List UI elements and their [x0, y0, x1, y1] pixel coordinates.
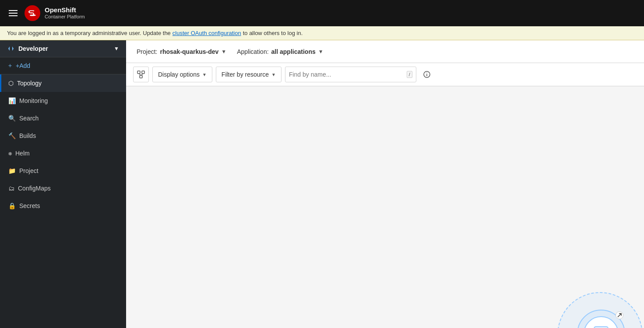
sidebar-item-label: Project — [19, 167, 39, 174]
sidebar-item-secrets[interactable]: 🔒 Secrets — [0, 197, 126, 215]
perspective-label: Developer — [7, 45, 48, 53]
sidebar-item-monitoring[interactable]: 📊 Monitoring — [0, 92, 126, 109]
hamburger-button[interactable] — [7, 8, 19, 18]
svg-rect-3 — [140, 75, 142, 78]
perspective-switcher[interactable]: Developer ▼ — [0, 40, 126, 57]
application-selector[interactable]: Application: all applications ▼ — [233, 46, 327, 57]
sidebar-item-label: Search — [19, 115, 39, 122]
builds-icon: 🔨 — [8, 132, 16, 139]
filter-by-resource-button[interactable]: Filter by resource ▼ — [216, 67, 282, 82]
svg-rect-1 — [137, 71, 140, 74]
display-options-label: Display options — [158, 71, 200, 78]
find-by-name-input[interactable] — [289, 71, 407, 78]
sidebar-item-add[interactable]: ＋ +Add — [0, 57, 126, 74]
external-link-indicator — [616, 311, 623, 319]
topology-canvas[interactable]: KC D quarku...kstart A quarku...rt-app K… — [126, 86, 644, 328]
service-outer-ring — [577, 310, 625, 328]
toolbar: Display options ▼ Filter by resource ▼ / — [126, 63, 644, 86]
project-chevron-icon: ▼ — [221, 49, 226, 55]
brand-product-sub: Container Platform — [45, 14, 85, 20]
sidebar-item-topology[interactable]: ⬡ Topology — [0, 74, 126, 92]
sidebar-item-project[interactable]: 📁 Project — [0, 162, 126, 180]
notification-bar: You are logged in as a temporary adminis… — [0, 26, 644, 40]
project-icon: 📁 — [8, 167, 16, 174]
project-bar: Project: rhosak-quarkus-dev ▼ Applicatio… — [126, 40, 644, 63]
perspective-text: Developer — [18, 45, 48, 52]
configmaps-icon: 🗂 — [8, 185, 14, 192]
info-circle-icon — [423, 71, 430, 78]
project-label-text: Project: — [137, 48, 157, 55]
sidebar-item-label: Monitoring — [19, 97, 48, 104]
project-selector[interactable]: Project: rhosak-quarkus-dev ▼ — [133, 46, 230, 57]
monitoring-icon: 📊 — [8, 97, 16, 104]
sidebar-item-search[interactable]: 🔍 Search — [0, 109, 126, 127]
project-name: rhosak-quarkus-dev — [160, 48, 218, 55]
search-icon: 🔍 — [8, 115, 16, 122]
display-options-chevron-icon: ▼ — [202, 72, 207, 77]
brand-text: OpenShift Container Platform — [45, 6, 85, 20]
helm-icon: ⎈ — [8, 150, 12, 157]
svg-point-8 — [426, 73, 427, 74]
perspective-chevron-icon: ▼ — [114, 46, 119, 52]
quarkus-app-icon — [592, 325, 610, 328]
filter-by-resource-label: Filter by resource — [222, 71, 269, 78]
sidebar-item-builds[interactable]: 🔨 Builds — [0, 127, 126, 145]
search-container: / — [285, 67, 416, 82]
service-inner-ring — [584, 316, 619, 328]
sidebar: Developer ▼ ＋ +Add ⬡ Topology 📊 Monitori… — [0, 40, 126, 328]
notification-text-before: You are logged in as a temporary adminis… — [7, 30, 171, 36]
sidebar-item-label: Secrets — [19, 202, 40, 209]
sidebar-item-label: ConfigMaps — [18, 185, 51, 192]
brand-product-name: OpenShift — [45, 6, 85, 14]
add-icon: ＋ — [7, 62, 13, 70]
svg-rect-2 — [142, 71, 144, 74]
sidebar-item-configmaps[interactable]: 🗂 ConfigMaps — [0, 180, 126, 197]
topology-icon: ⬡ — [8, 80, 14, 87]
sidebar-item-label: Helm — [15, 150, 30, 157]
brand-logo-area: OpenShift Container Platform — [25, 5, 85, 21]
sidebar-item-label: Builds — [19, 132, 36, 139]
top-bar: OpenShift Container Platform — [0, 0, 644, 26]
sidebar-item-label: Topology — [17, 80, 42, 87]
topology-view-icon — [137, 71, 145, 78]
info-button[interactable] — [420, 67, 434, 81]
sidebar-item-helm[interactable]: ⎈ Helm — [0, 145, 126, 162]
app-label-text: Application: — [237, 48, 268, 55]
app-name: all applications — [271, 48, 316, 55]
main-layout: Developer ▼ ＋ +Add ⬡ Topology 📊 Monitori… — [0, 40, 644, 328]
redhat-logo-icon — [25, 5, 40, 21]
add-label: +Add — [16, 62, 30, 69]
search-shortcut-key: / — [407, 71, 412, 78]
view-toggle-button[interactable] — [133, 67, 149, 82]
display-options-button[interactable]: Display options ▼ — [152, 67, 212, 82]
app-chevron-icon: ▼ — [318, 49, 324, 55]
quarkus-service-node[interactable] — [577, 310, 625, 328]
filter-chevron-icon: ▼ — [271, 72, 276, 77]
content-area: Project: rhosak-quarkus-dev ▼ Applicatio… — [126, 40, 644, 328]
oauth-config-link[interactable]: cluster OAuth configuration — [172, 30, 241, 36]
secrets-icon: 🔒 — [8, 202, 16, 209]
notification-text-after: to allow others to log in. — [243, 30, 303, 36]
developer-icon — [7, 45, 15, 53]
